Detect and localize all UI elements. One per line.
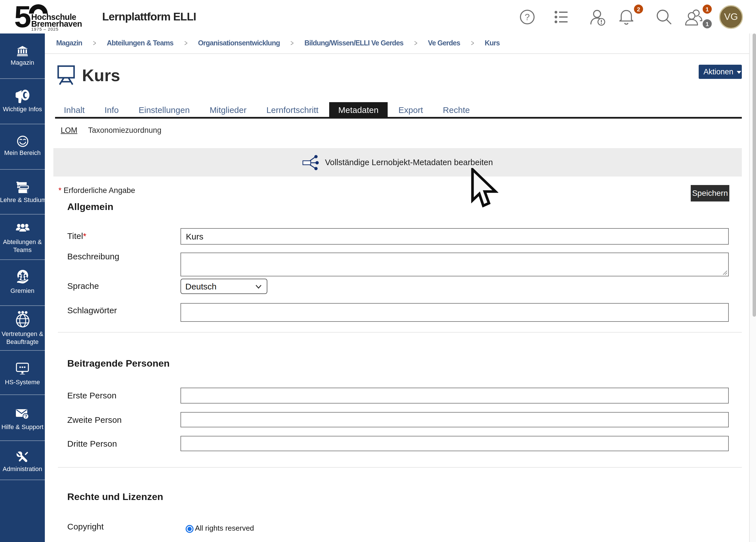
- svg-text:?: ?: [525, 12, 530, 22]
- svg-text:?: ?: [24, 414, 27, 419]
